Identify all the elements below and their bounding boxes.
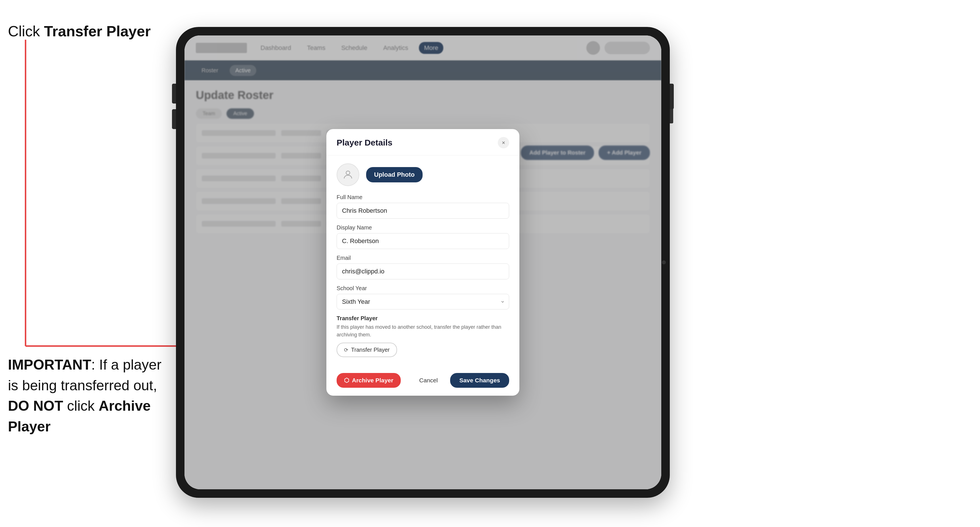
tablet-device: Dashboard Teams Schedule Analytics More … (176, 27, 670, 498)
tablet-volume-down (172, 109, 176, 129)
upload-photo-button[interactable]: Upload Photo (366, 167, 423, 183)
close-icon: × (502, 140, 505, 146)
full-name-input[interactable] (337, 203, 509, 219)
instruction-bottom: IMPORTANT: If a player is being transfer… (8, 354, 167, 437)
do-not-label: DO NOT (8, 398, 63, 414)
modal-body: Upload Photo Full Name Display Name Emai… (326, 156, 519, 367)
email-label: Email (337, 255, 509, 261)
tablet-volume-up (172, 84, 176, 103)
instruction-top: Click Transfer Player (8, 23, 151, 40)
full-name-label: Full Name (337, 194, 509, 200)
email-group: Email (337, 255, 509, 279)
important-label: IMPORTANT (8, 357, 91, 373)
transfer-icon: ⟳ (344, 347, 348, 353)
tablet-power-button (670, 84, 674, 109)
display-name-label: Display Name (337, 224, 509, 231)
school-year-label: School Year (337, 285, 509, 292)
avatar-placeholder (337, 163, 359, 186)
svg-point-3 (346, 171, 350, 175)
tablet-camera (662, 260, 666, 264)
transfer-player-heading: Transfer Player (337, 315, 509, 322)
school-year-select[interactable]: Sixth Year (337, 294, 509, 310)
transfer-player-description: If this player has moved to another scho… (337, 323, 509, 339)
player-details-modal: Player Details × Upload Photo (326, 129, 519, 396)
modal-header: Player Details × (326, 129, 519, 156)
transfer-player-section: Transfer Player If this player has moved… (337, 315, 509, 357)
modal-close-button[interactable]: × (498, 137, 509, 148)
school-year-group: School Year Sixth Year (337, 285, 509, 310)
email-input[interactable] (337, 264, 509, 279)
archive-player-button[interactable]: ⬡ Archive Player (337, 373, 401, 388)
modal-footer: ⬡ Archive Player Cancel Save Changes (326, 367, 519, 396)
save-changes-button[interactable]: Save Changes (450, 373, 509, 388)
avatar-section: Upload Photo (337, 163, 509, 186)
display-name-input[interactable] (337, 233, 509, 249)
modal-title: Player Details (337, 138, 393, 148)
archive-player-label: Archive Player (352, 377, 393, 384)
archive-icon: ⬡ (344, 377, 349, 384)
transfer-player-button-label: Transfer Player (351, 347, 390, 353)
full-name-group: Full Name (337, 194, 509, 219)
instruction-prefix: Click (8, 23, 44, 40)
upload-photo-label: Upload Photo (374, 171, 415, 178)
person-icon (342, 169, 354, 180)
display-name-group: Display Name (337, 224, 509, 249)
cancel-button[interactable]: Cancel (411, 373, 445, 388)
transfer-player-button[interactable]: ⟳ Transfer Player (337, 343, 397, 357)
tablet-screen: Dashboard Teams Schedule Analytics More … (185, 35, 661, 489)
instruction-bold: Transfer Player (44, 23, 151, 40)
